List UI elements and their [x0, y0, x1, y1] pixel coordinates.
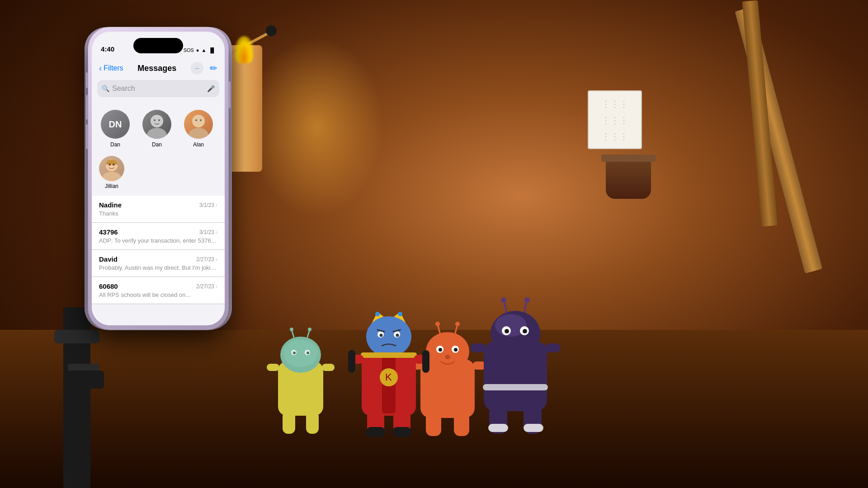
back-label[interactable]: Filters	[104, 64, 123, 72]
svg-point-47	[454, 348, 458, 352]
iphone: 4:40 SOS ● ▲ ▐▌ ‹ Filters Messages ··· ✏	[88, 27, 228, 330]
svg-point-75	[151, 115, 163, 127]
mic-icon[interactable]: 🎤	[207, 85, 215, 92]
svg-point-2	[266, 25, 277, 36]
message-item-david[interactable]: David 2/27/23 › Probably, Austin was my …	[92, 250, 225, 277]
svg-point-17	[283, 340, 318, 367]
svg-point-76	[147, 128, 167, 139]
svg-point-48	[445, 355, 450, 359]
chevron-icon-nadine: ›	[216, 202, 217, 208]
contact-name-alan: Alan	[193, 141, 204, 148]
svg-rect-41	[392, 427, 411, 437]
pinned-contacts-row: DN Dan Dan	[92, 102, 225, 156]
svg-point-21	[398, 312, 402, 316]
svg-point-79	[192, 115, 205, 127]
volume-up-button[interactable]	[86, 95, 88, 120]
chevron-icon-david: ›	[216, 256, 217, 263]
contact-name-dan-photo: Dan	[152, 141, 162, 148]
msg-preview-60680: All RPS schools will be closed on...	[99, 291, 217, 298]
svg-point-77	[154, 119, 156, 121]
svg-point-78	[158, 119, 160, 121]
svg-rect-64	[483, 384, 548, 390]
silent-switch[interactable]	[86, 72, 88, 88]
svg-point-19	[375, 312, 380, 316]
android-teal-figure	[267, 321, 335, 443]
msg-sender-60680: 60680	[99, 282, 118, 290]
nav-action-icons: ··· ✏	[191, 62, 217, 75]
nav-back-button[interactable]: ‹ Filters	[99, 64, 123, 73]
svg-point-68	[524, 297, 530, 303]
avatar-alan	[184, 110, 213, 139]
svg-point-51	[435, 322, 440, 326]
decorative-box	[588, 90, 642, 149]
svg-rect-14	[322, 364, 335, 371]
tripod-pole	[63, 307, 90, 488]
svg-rect-70	[545, 343, 561, 352]
avatar-jillian	[99, 156, 124, 181]
compose-icon[interactable]: ✏	[210, 63, 217, 74]
dynamic-island	[133, 38, 183, 53]
svg-point-80	[189, 128, 208, 139]
search-bar[interactable]: 🔍 Search 🎤	[97, 80, 219, 97]
status-time: 4:40	[101, 45, 114, 53]
nav-bar: ‹ Filters Messages ··· ✏	[92, 56, 225, 80]
msg-date-nadine: 3/1/23 ›	[199, 202, 217, 208]
svg-rect-73	[488, 424, 508, 432]
message-item-43796[interactable]: 43796 3/1/23 › ADP: To verify your trans…	[92, 223, 225, 250]
chevron-icon-60680: ›	[216, 283, 217, 290]
wooden-pot	[606, 158, 651, 199]
volume-down-button[interactable]	[86, 124, 88, 149]
message-item-nadine[interactable]: Nadine 3/1/23 › Thanks	[92, 196, 225, 223]
svg-point-11	[290, 328, 293, 331]
wifi-icon: ▲	[202, 47, 207, 53]
search-icon: 🔍	[102, 85, 109, 92]
svg-point-22	[366, 316, 411, 357]
msg-date-43796: 3/1/23 ›	[199, 229, 217, 235]
msg-sender-43796: 43796	[99, 228, 118, 236]
svg-point-46	[439, 348, 442, 352]
pinned-contact-dan-dn[interactable]: DN Dan	[101, 110, 130, 148]
msg-sender-david: David	[99, 255, 118, 263]
svg-point-62	[505, 329, 509, 333]
svg-point-85	[108, 164, 110, 165]
svg-rect-69	[470, 343, 486, 352]
svg-point-25	[380, 334, 383, 337]
candle-flame	[235, 36, 253, 63]
message-list: Nadine 3/1/23 › Thanks 43796 3/1/23	[92, 192, 225, 325]
android-dark-figure	[470, 294, 561, 443]
more-icon[interactable]: ···	[191, 62, 203, 75]
power-button[interactable]	[229, 81, 231, 108]
pinned-contact-jillian[interactable]: Jillian	[99, 156, 124, 189]
search-placeholder: Search	[112, 84, 204, 93]
svg-point-12	[308, 328, 311, 331]
phone-clamp	[63, 371, 104, 389]
msg-preview-david: Probably, Austin was my direct. But I'm …	[99, 264, 217, 271]
section-separator	[92, 192, 225, 196]
svg-rect-74	[524, 424, 543, 432]
svg-point-84	[102, 172, 121, 181]
svg-rect-37	[422, 350, 429, 373]
pinned-contact-dan-photo[interactable]: Dan	[142, 110, 171, 148]
svg-point-52	[455, 322, 460, 326]
contact-name-jillian: Jillian	[105, 183, 118, 189]
phone-shell: 4:40 SOS ● ▲ ▐▌ ‹ Filters Messages ··· ✏	[88, 27, 228, 330]
svg-point-67	[501, 297, 506, 303]
svg-rect-36	[348, 350, 355, 373]
svg-rect-40	[366, 427, 385, 437]
svg-point-43	[426, 332, 469, 371]
signal-icon: ●	[196, 47, 199, 53]
status-icons: SOS ● ▲ ▐▌	[184, 47, 216, 53]
msg-sender-nadine: Nadine	[99, 201, 122, 209]
msg-preview-nadine: Thanks	[99, 210, 217, 217]
contact-name-dan-dn: Dan	[110, 141, 120, 148]
pinned-contact-alan[interactable]: Alan	[184, 110, 213, 148]
svg-rect-31	[361, 352, 417, 358]
sos-indicator: SOS	[184, 47, 194, 53]
message-item-60680[interactable]: 60680 2/27/23 › All RPS schools will be …	[92, 277, 225, 304]
back-chevron-icon: ‹	[99, 64, 102, 73]
msg-preview-43796: ADP: To verify your transaction, enter 5…	[99, 237, 217, 244]
avatar-dan-dn: DN	[101, 110, 130, 139]
svg-point-81	[195, 119, 197, 121]
battery-icon: ▐▌	[208, 47, 216, 53]
svg-rect-56	[454, 411, 469, 436]
